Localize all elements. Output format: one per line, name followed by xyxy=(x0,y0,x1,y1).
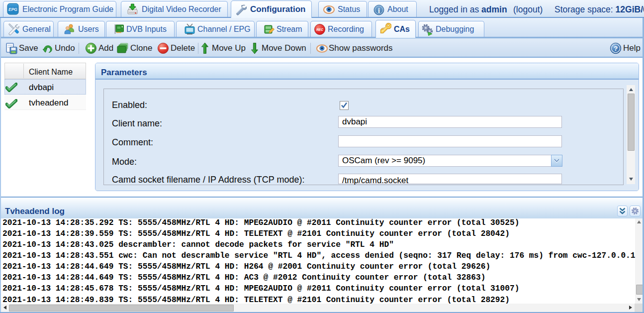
svg-text:REC: REC xyxy=(316,28,323,31)
svg-text:EPG: EPG xyxy=(8,7,17,12)
svg-text:i: i xyxy=(378,7,380,14)
svg-text:?: ? xyxy=(614,45,618,52)
